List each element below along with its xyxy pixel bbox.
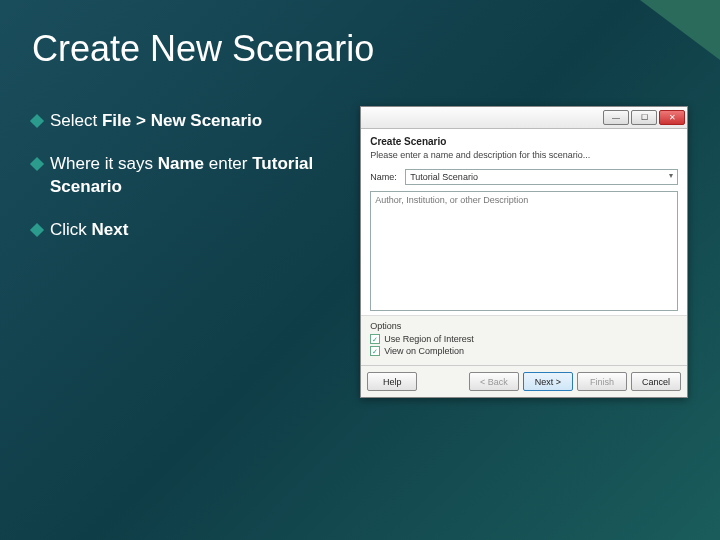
dialog-body: Create Scenario Please enter a name and …: [361, 129, 687, 315]
bullet-item: Click Next: [32, 219, 348, 242]
option-voc-row: ✓ View on Completion: [370, 346, 678, 356]
button-label: < Back: [480, 377, 508, 387]
slide-title: Create New Scenario: [32, 28, 688, 70]
name-input-value: Tutorial Scenario: [410, 172, 478, 182]
button-label: Finish: [590, 377, 614, 387]
next-button[interactable]: Next >: [523, 372, 573, 391]
button-label: Help: [383, 377, 402, 387]
bullet-icon: [30, 223, 44, 237]
bullet-text: Click Next: [50, 219, 128, 242]
dialog-button-row: Help < Back Next > Finish Cancel: [361, 365, 687, 397]
options-title: Options: [370, 321, 678, 331]
text-bold: File > New Scenario: [102, 111, 262, 130]
name-field-row: Name: Tutorial Scenario: [370, 169, 678, 185]
create-scenario-dialog: — ☐ ✕ Create Scenario Please enter a nam…: [360, 106, 688, 398]
roi-label: Use Region of Interest: [384, 334, 474, 344]
dialog-titlebar: — ☐ ✕: [361, 107, 687, 129]
button-label: Cancel: [642, 377, 670, 387]
voc-checkbox[interactable]: ✓: [370, 346, 380, 356]
bullet-text: Where it says Name enter Tutorial Scenar…: [50, 153, 348, 199]
maximize-icon: ☐: [641, 114, 648, 122]
back-button[interactable]: < Back: [469, 372, 519, 391]
maximize-button[interactable]: ☐: [631, 110, 657, 125]
bullet-item: Select File > New Scenario: [32, 110, 348, 133]
close-icon: ✕: [669, 114, 676, 122]
close-button[interactable]: ✕: [659, 110, 685, 125]
bullet-list: Select File > New Scenario Where it says…: [32, 106, 348, 398]
name-label: Name:: [370, 172, 400, 182]
text: Select: [50, 111, 102, 130]
name-input[interactable]: Tutorial Scenario: [405, 169, 678, 185]
voc-label: View on Completion: [384, 346, 464, 356]
bullet-item: Where it says Name enter Tutorial Scenar…: [32, 153, 348, 199]
slide: Create New Scenario Select File > New Sc…: [0, 0, 720, 540]
button-label: Next >: [535, 377, 561, 387]
content-row: Select File > New Scenario Where it says…: [32, 106, 688, 398]
minimize-button[interactable]: —: [603, 110, 629, 125]
dialog-heading: Create Scenario: [370, 136, 678, 147]
bullet-text: Select File > New Scenario: [50, 110, 262, 133]
text-bold: Next: [92, 220, 129, 239]
options-panel: Options ✓ Use Region of Interest ✓ View …: [361, 315, 687, 365]
option-roi-row: ✓ Use Region of Interest: [370, 334, 678, 344]
text: Where it says: [50, 154, 158, 173]
description-placeholder: Author, Institution, or other Descriptio…: [375, 195, 528, 205]
roi-checkbox[interactable]: ✓: [370, 334, 380, 344]
text: enter: [204, 154, 252, 173]
description-input[interactable]: Author, Institution, or other Descriptio…: [370, 191, 678, 311]
minimize-icon: —: [612, 114, 620, 122]
bullet-icon: [30, 114, 44, 128]
text: Click: [50, 220, 92, 239]
text-bold: Name: [158, 154, 204, 173]
dialog-subheading: Please enter a name and description for …: [370, 150, 678, 160]
cancel-button[interactable]: Cancel: [631, 372, 681, 391]
help-button[interactable]: Help: [367, 372, 417, 391]
bullet-icon: [30, 157, 44, 171]
finish-button[interactable]: Finish: [577, 372, 627, 391]
